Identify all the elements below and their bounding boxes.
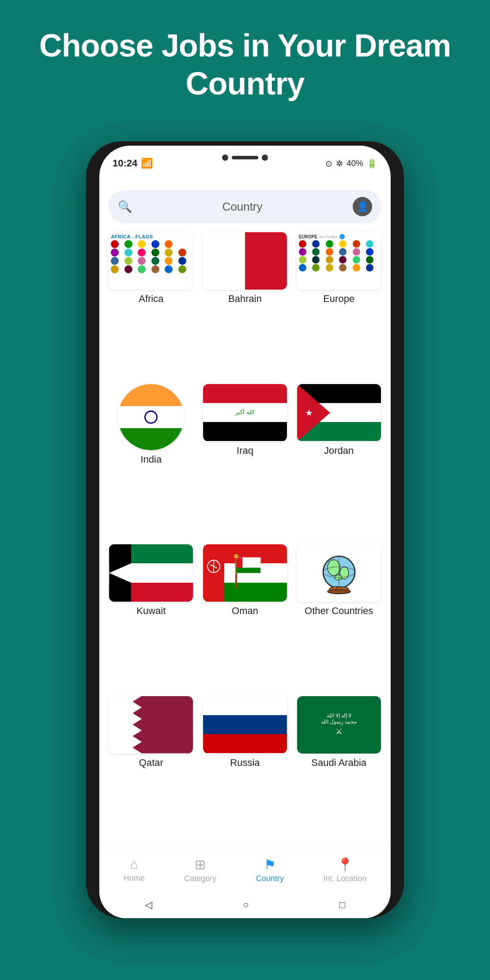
- country-item-india[interactable]: India: [106, 384, 196, 540]
- country-label-russia: Russia: [230, 757, 260, 769]
- home-icon: ⌂: [130, 857, 138, 872]
- camera-dot-1: [222, 155, 228, 161]
- svg-rect-12: [236, 568, 260, 573]
- country-item-other[interactable]: Other Countries: [294, 544, 384, 692]
- phone-screen: 🔍 Country 👤 AFRICA - FLAGS Africa: [99, 181, 391, 918]
- country-label-jordan: Jordan: [324, 445, 354, 456]
- country-label-saudi: Saudi Arabia: [311, 757, 366, 769]
- bluetooth-icon: ✲: [336, 158, 343, 169]
- country-label-bahrain: Bahrain: [228, 293, 262, 305]
- flag-qatar-box: [109, 696, 193, 754]
- flag-india-box: [118, 384, 184, 450]
- nav-country[interactable]: ⚑ Country: [256, 857, 284, 883]
- search-bar[interactable]: 🔍 Country 👤: [108, 190, 382, 223]
- speaker-grill: [232, 156, 258, 159]
- flag-saudi-box: لا إله إلا اللهمحمد رسول الله ⚔: [297, 696, 381, 754]
- home-button[interactable]: ○: [243, 899, 249, 911]
- battery-text: 40%: [347, 158, 363, 168]
- flag-russia-box: [203, 696, 287, 754]
- battery-icon: 🔋: [367, 158, 377, 169]
- category-icon: ⊞: [195, 857, 206, 872]
- country-item-jordan[interactable]: ★ Jordan: [294, 384, 384, 540]
- country-nav-icon: ⚑: [264, 857, 276, 872]
- status-icons: ⊙ ✲ 40% 🔋: [325, 158, 377, 169]
- country-label-africa: Africa: [139, 293, 163, 305]
- saudi-text: لا إله إلا اللهمحمد رسول الله: [321, 713, 357, 724]
- country-item-saudi[interactable]: لا إله إلا اللهمحمد رسول الله ⚔ Saudi Ar…: [294, 696, 384, 844]
- profile-avatar[interactable]: 👤: [353, 197, 372, 216]
- country-item-europe[interactable]: EUROPE ALL FLAGS Europe: [294, 232, 384, 380]
- wifi-icon: ⊙: [325, 158, 332, 169]
- flag-iraq-box: الله أكبر: [203, 384, 287, 441]
- country-item-africa[interactable]: AFRICA - FLAGS Africa: [106, 232, 196, 380]
- country-label-india: India: [140, 454, 162, 465]
- search-icon: 🔍: [118, 200, 132, 214]
- status-time: 10:24 📶: [113, 158, 153, 169]
- jordan-star: ★: [305, 407, 313, 418]
- country-item-kuwait[interactable]: Kuwait: [106, 544, 196, 692]
- phone-body: 10:24 📶 ⊙ ✲ 40% 🔋 🔍 Country 👤: [86, 141, 404, 918]
- flag-jordan-box: ★: [297, 384, 381, 441]
- country-label-kuwait: Kuwait: [136, 605, 166, 617]
- country-item-russia[interactable]: Russia: [200, 696, 290, 844]
- nav-location[interactable]: 📍 Int. Location: [323, 857, 366, 883]
- camera-notch: [222, 155, 268, 161]
- flag-europe-box: EUROPE ALL FLAGS: [297, 232, 381, 290]
- svg-point-14: [234, 554, 238, 558]
- country-label-europe: Europe: [323, 293, 354, 305]
- europe-flag-grid: [299, 240, 379, 271]
- recents-button[interactable]: □: [339, 899, 345, 911]
- globe-icon: [317, 551, 361, 595]
- hero-title: Choose Jobs in Your Dream Country: [0, 0, 490, 121]
- india-chakra: [144, 411, 158, 424]
- phone-frame: 10:24 📶 ⊙ ✲ 40% 🔋 🔍 Country 👤: [86, 141, 404, 918]
- location-icon: 📍: [337, 857, 353, 872]
- country-label-oman: Oman: [232, 605, 258, 617]
- country-label-other: Other Countries: [305, 605, 373, 617]
- hero-section: Choose Jobs in Your Dream Country: [0, 0, 490, 121]
- africa-flag-grid: [111, 240, 191, 273]
- country-item-bahrain[interactable]: Bahrain: [200, 232, 290, 380]
- status-bar: 10:24 📶 ⊙ ✲ 40% 🔋: [99, 146, 391, 181]
- flag-bahrain-box: [203, 232, 287, 290]
- system-navigation: ◁ ○ □: [99, 892, 391, 918]
- flag-other-box: [297, 544, 381, 602]
- country-label-qatar: Qatar: [139, 757, 163, 769]
- country-item-oman[interactable]: Oman: [200, 544, 290, 692]
- svg-point-23: [328, 589, 351, 594]
- flag-africa: AFRICA - FLAGS: [109, 232, 193, 290]
- svg-rect-13: [242, 562, 260, 568]
- search-placeholder: Country: [137, 200, 347, 214]
- saudi-sword: ⚔: [335, 727, 343, 736]
- country-label-iraq: Iraq: [237, 445, 253, 456]
- flag-oman-box: [203, 544, 287, 602]
- back-button[interactable]: ◁: [145, 899, 152, 911]
- country-item-iraq[interactable]: الله أكبر Iraq: [200, 384, 290, 540]
- camera-dot-2: [262, 155, 268, 161]
- flag-kuwait-box: [109, 544, 193, 602]
- bottom-navigation: ⌂ Home ⊞ Category ⚑ Country 📍 Int. Locat…: [99, 848, 391, 892]
- signal-icon: 📶: [141, 158, 153, 169]
- country-item-qatar[interactable]: Qatar: [106, 696, 196, 844]
- nav-category[interactable]: ⊞ Category: [184, 857, 216, 883]
- nav-home[interactable]: ⌂ Home: [124, 857, 145, 883]
- country-grid: AFRICA - FLAGS Africa: [99, 228, 391, 848]
